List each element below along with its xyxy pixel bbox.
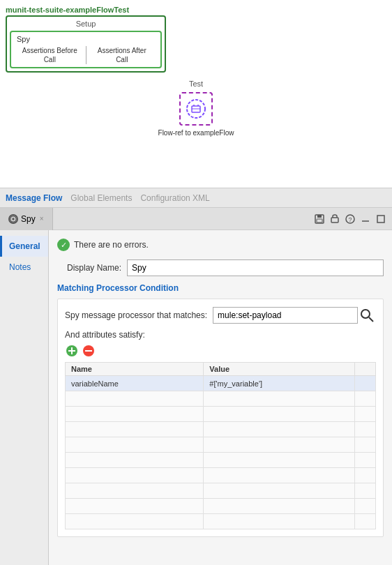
- assertions-after: Assertions AfterCall: [89, 46, 156, 64]
- spy-title: Spy: [17, 35, 155, 43]
- cell-value: #['my_variable']: [204, 376, 355, 391]
- setup-box: Setup Spy Assertions BeforeCall Assertio…: [6, 15, 166, 73]
- svg-point-6: [12, 218, 14, 220]
- no-errors-banner: ✓ There are no errors.: [57, 239, 384, 251]
- svg-point-15: [361, 310, 370, 318]
- setup-label: Setup: [10, 20, 162, 28]
- tab-bar: Spy × ?: [0, 208, 392, 230]
- cell-name: [66, 422, 204, 437]
- svg-rect-9: [317, 219, 322, 223]
- col-name: Name: [66, 363, 204, 376]
- display-name-input[interactable]: [127, 259, 384, 276]
- cell-extra: [355, 376, 376, 391]
- assertions-before: Assertions BeforeCall: [17, 46, 83, 64]
- remove-attr-button[interactable]: [82, 344, 96, 358]
- toolbar-configuration-xml[interactable]: Configuration XML: [140, 193, 209, 203]
- cell-name: [66, 453, 204, 468]
- flow-ref-icon[interactable]: [179, 92, 213, 126]
- display-name-label: Display Name:: [57, 263, 127, 273]
- toolbar-global-elements[interactable]: Global Elements: [70, 193, 132, 203]
- test-section: Test Flow-ref to exampleFlow: [6, 80, 386, 137]
- debug-action-btn[interactable]: [329, 213, 340, 225]
- spy-box: Spy Assertions BeforeCall Assertions Aft…: [10, 31, 162, 68]
- sidebar: General Notes: [0, 230, 49, 565]
- cell-value: [204, 453, 355, 468]
- tab-actions: ?: [308, 213, 392, 225]
- search-button[interactable]: [358, 306, 376, 324]
- attr-toolbar: [65, 344, 376, 358]
- maximize-action-btn[interactable]: [375, 213, 386, 225]
- cell-name: [66, 468, 204, 483]
- content-panel: ✓ There are no errors. Display Name: Mat…: [49, 230, 392, 565]
- sidebar-item-notes[interactable]: Notes: [0, 257, 48, 278]
- cell-value: [204, 422, 355, 437]
- col-value: Value: [204, 363, 355, 376]
- no-errors-icon: ✓: [57, 239, 70, 251]
- cell-extra: [355, 437, 376, 453]
- svg-rect-10: [331, 218, 338, 223]
- section-title: Matching Processor Condition: [57, 283, 384, 293]
- col-empty: [355, 363, 376, 376]
- matching-processor-section: Spy message processor that matches: And …: [57, 299, 384, 537]
- cell-name: [66, 483, 204, 499]
- cell-extra: [355, 514, 376, 529]
- add-attr-button[interactable]: [65, 344, 79, 358]
- cell-name: [66, 407, 204, 422]
- table-row[interactable]: [66, 391, 376, 407]
- cell-extra: [355, 468, 376, 483]
- spy-tab-icon: [8, 214, 18, 224]
- test-label: Test: [189, 80, 203, 88]
- svg-rect-14: [377, 216, 384, 223]
- cell-value: [204, 407, 355, 422]
- table-row[interactable]: [66, 407, 376, 422]
- spy-column-divider: [86, 46, 86, 64]
- cell-extra: [355, 391, 376, 407]
- cell-value: [204, 468, 355, 483]
- cell-name: [66, 391, 204, 407]
- spy-matches-row: Spy message processor that matches:: [65, 306, 376, 324]
- cell-extra: [355, 483, 376, 499]
- cell-extra: [355, 407, 376, 422]
- cell-value: [204, 514, 355, 529]
- toolbar-message-flow[interactable]: Message Flow: [6, 193, 62, 203]
- spy-matches-input[interactable]: [213, 307, 358, 324]
- main-content: General Notes ✓ There are no errors. Dis…: [0, 230, 392, 565]
- spy-columns: Assertions BeforeCall Assertions AfterCa…: [17, 46, 155, 64]
- cell-name: variableName: [66, 376, 204, 391]
- cell-value: [204, 437, 355, 453]
- spy-matches-label: Spy message processor that matches:: [65, 310, 207, 320]
- cell-extra: [355, 453, 376, 468]
- spy-tab-label: Spy: [21, 214, 36, 224]
- table-row[interactable]: [66, 499, 376, 514]
- cell-value: [204, 483, 355, 499]
- table-row[interactable]: [66, 437, 376, 453]
- table-row[interactable]: [66, 468, 376, 483]
- save-action-btn[interactable]: [314, 213, 325, 225]
- cell-value: [204, 499, 355, 514]
- attributes-label: And attributes satisfy:: [65, 330, 376, 340]
- cell-name: [66, 499, 204, 514]
- table-row[interactable]: [66, 483, 376, 499]
- cell-value: [204, 391, 355, 407]
- no-errors-text: There are no errors.: [74, 240, 149, 250]
- flow-ref-label: Flow-ref to exampleFlow: [158, 128, 234, 137]
- cell-name: [66, 514, 204, 529]
- spy-tab[interactable]: Spy ×: [0, 208, 53, 230]
- main-toolbar: Message Flow Global Elements Configurati…: [0, 188, 392, 208]
- cell-name: [66, 437, 204, 453]
- svg-text:?: ?: [348, 216, 352, 223]
- minimize-action-btn[interactable]: [360, 213, 371, 225]
- spy-tab-close[interactable]: ×: [40, 215, 44, 223]
- cell-extra: [355, 499, 376, 514]
- table-row[interactable]: variableName#['my_variable']: [66, 376, 376, 391]
- flow-title: munit-test-suite-exampleFlowTest: [6, 6, 386, 14]
- sidebar-item-general[interactable]: General: [0, 236, 48, 257]
- help-action-btn[interactable]: ?: [345, 213, 356, 225]
- canvas-area: munit-test-suite-exampleFlowTest Setup S…: [0, 0, 392, 188]
- table-row[interactable]: [66, 453, 376, 468]
- table-row[interactable]: [66, 514, 376, 529]
- svg-line-16: [369, 317, 373, 322]
- table-row[interactable]: [66, 422, 376, 437]
- cell-extra: [355, 422, 376, 437]
- svg-rect-8: [317, 215, 322, 218]
